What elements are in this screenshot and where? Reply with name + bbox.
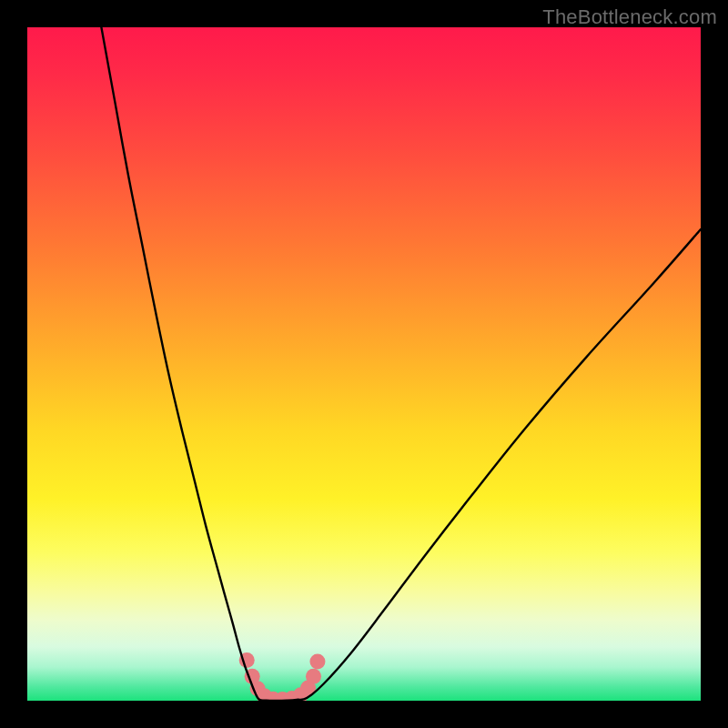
highlight-dot [309, 654, 325, 670]
chart-svg [27, 27, 701, 701]
watermark-text: TheBottleneck.com [542, 5, 717, 29]
plot-area [27, 27, 701, 701]
bottleneck-curve [101, 27, 701, 701]
highlight-dot [306, 669, 321, 684]
outer-frame: TheBottleneck.com [0, 0, 728, 728]
